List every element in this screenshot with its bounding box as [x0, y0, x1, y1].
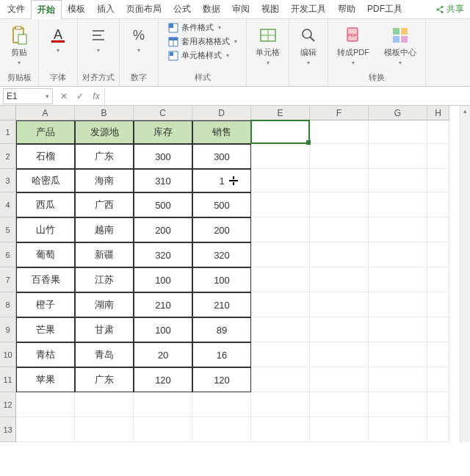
- cell-A2[interactable]: 石榴: [16, 144, 75, 169]
- cell-A7[interactable]: 百香果: [16, 267, 75, 292]
- cell-E6[interactable]: [251, 242, 310, 267]
- row-header-2[interactable]: 2: [0, 144, 16, 169]
- cell-G5[interactable]: [369, 217, 427, 242]
- cell-D13[interactable]: [192, 417, 251, 442]
- menu-insert[interactable]: 插入: [91, 0, 120, 18]
- cell-H8[interactable]: [427, 292, 449, 317]
- formula-input[interactable]: [104, 88, 470, 104]
- table-format-button[interactable]: 套用表格格式▾: [168, 36, 237, 47]
- cell-C2[interactable]: 300: [134, 144, 192, 169]
- menu-templates[interactable]: 模板: [62, 0, 91, 18]
- cell-E8[interactable]: [251, 292, 310, 317]
- cell-H2[interactable]: [427, 144, 449, 169]
- name-box[interactable]: E1 ▾: [3, 88, 53, 104]
- cell-D5[interactable]: 200: [192, 217, 251, 242]
- cell-G3[interactable]: [369, 169, 427, 192]
- cell-B1[interactable]: 发源地: [75, 120, 134, 144]
- col-header-G[interactable]: G: [369, 106, 427, 120]
- cell-F8[interactable]: [310, 292, 369, 317]
- share-button[interactable]: 共享: [431, 1, 469, 18]
- cell-H10[interactable]: [427, 342, 449, 367]
- cell-F9[interactable]: [310, 317, 369, 342]
- cell-H3[interactable]: [427, 169, 449, 192]
- cell-F4[interactable]: [310, 192, 369, 217]
- cell-G4[interactable]: [369, 192, 427, 217]
- cell-F13[interactable]: [310, 417, 369, 442]
- number-button[interactable]: % ▾: [124, 22, 153, 57]
- vertical-scrollbar[interactable]: ▴: [460, 106, 470, 442]
- row-header-6[interactable]: 6: [0, 242, 16, 267]
- cell-E11[interactable]: [251, 367, 310, 392]
- row-header-11[interactable]: 11: [0, 367, 16, 392]
- cell-D2[interactable]: 300: [192, 144, 251, 169]
- cell-A4[interactable]: 西瓜: [16, 192, 75, 217]
- convert-pdf-button[interactable]: PDF 转成PDF ▾: [333, 22, 374, 69]
- cell-F6[interactable]: [310, 242, 369, 267]
- col-header-F[interactable]: F: [310, 106, 369, 120]
- cell-C8[interactable]: 210: [134, 292, 192, 317]
- conditional-format-button[interactable]: 条件格式▾: [168, 22, 237, 33]
- cell-G2[interactable]: [369, 144, 427, 169]
- cell-A9[interactable]: 芒果: [16, 317, 75, 342]
- cell-H13[interactable]: [427, 417, 449, 442]
- cell-G9[interactable]: [369, 317, 427, 342]
- cell-H6[interactable]: [427, 242, 449, 267]
- confirm-button[interactable]: ✓: [72, 88, 88, 104]
- cell-G8[interactable]: [369, 292, 427, 317]
- cell-B3[interactable]: 海南: [75, 169, 134, 192]
- cell-B13[interactable]: [75, 417, 134, 442]
- cell-E3[interactable]: [251, 169, 310, 192]
- cell-B11[interactable]: 广东: [75, 367, 134, 392]
- cell-H12[interactable]: [427, 392, 449, 417]
- align-button[interactable]: ▾: [84, 22, 113, 57]
- menu-review[interactable]: 审阅: [226, 0, 256, 18]
- cell-D9[interactable]: 89: [192, 317, 251, 342]
- row-header-1[interactable]: 1: [0, 120, 16, 144]
- row-header-10[interactable]: 10: [0, 342, 16, 367]
- cell-B5[interactable]: 越南: [75, 217, 134, 242]
- cell-H4[interactable]: [427, 192, 449, 217]
- cell-F11[interactable]: [310, 367, 369, 392]
- cell-C4[interactable]: 500: [134, 192, 192, 217]
- cell-H9[interactable]: [427, 317, 449, 342]
- cancel-button[interactable]: ✕: [56, 88, 72, 104]
- cell-B6[interactable]: 新疆: [75, 242, 134, 267]
- menu-help[interactable]: 帮助: [332, 0, 361, 18]
- cell-E10[interactable]: [251, 342, 310, 367]
- cell-G11[interactable]: [369, 367, 427, 392]
- col-header-E[interactable]: E: [251, 106, 310, 120]
- col-header-C[interactable]: C: [134, 106, 192, 120]
- col-header-H[interactable]: H: [427, 106, 449, 120]
- cell-E12[interactable]: [251, 392, 310, 417]
- cell-B2[interactable]: 广东: [75, 144, 134, 169]
- menu-data[interactable]: 数据: [197, 0, 226, 18]
- cell-C3[interactable]: 310: [134, 169, 192, 192]
- cell-A11[interactable]: 苹果: [16, 367, 75, 392]
- select-all-corner[interactable]: [0, 106, 16, 120]
- cell-C5[interactable]: 200: [134, 217, 192, 242]
- menu-devtools[interactable]: 开发工具: [285, 0, 332, 18]
- paste-button[interactable]: 剪贴 ▾: [4, 22, 34, 69]
- cell-E2[interactable]: [251, 144, 310, 169]
- cell-B8[interactable]: 湖南: [75, 292, 134, 317]
- cell-B9[interactable]: 甘肃: [75, 317, 134, 342]
- cell-E13[interactable]: [251, 417, 310, 442]
- cell-G1[interactable]: [369, 120, 427, 144]
- cell-D11[interactable]: 120: [192, 367, 251, 392]
- cell-C11[interactable]: 120: [134, 367, 192, 392]
- cell-H5[interactable]: [427, 217, 449, 242]
- cell-B10[interactable]: 青岛: [75, 342, 134, 367]
- scroll-up-icon[interactable]: ▴: [460, 106, 470, 116]
- edit-button[interactable]: 编辑 ▾: [294, 22, 323, 69]
- row-header-8[interactable]: 8: [0, 292, 16, 317]
- menu-pagelayout[interactable]: 页面布局: [120, 0, 167, 18]
- cell-A13[interactable]: [16, 417, 75, 442]
- cell-H1[interactable]: [427, 120, 449, 144]
- cell-G7[interactable]: [369, 267, 427, 292]
- menu-file[interactable]: 文件: [1, 0, 31, 18]
- cell-F12[interactable]: [310, 392, 369, 417]
- row-header-4[interactable]: 4: [0, 192, 16, 217]
- cell-C9[interactable]: 100: [134, 317, 192, 342]
- row-header-12[interactable]: 12: [0, 392, 16, 417]
- cell-F10[interactable]: [310, 342, 369, 367]
